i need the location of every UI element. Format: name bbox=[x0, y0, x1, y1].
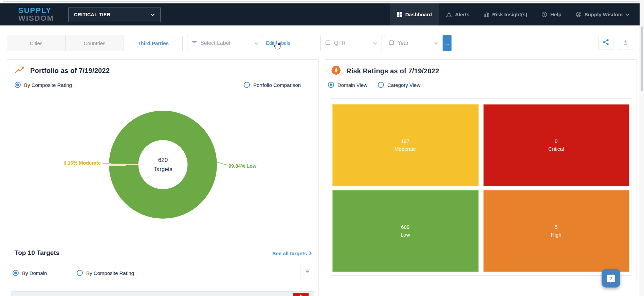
qtr-dropdown[interactable]: QTR bbox=[320, 35, 382, 51]
vertical-scrollbar[interactable] bbox=[640, 0, 644, 296]
chevron-down-icon bbox=[626, 13, 630, 16]
tile-value: 609 bbox=[401, 223, 409, 231]
radio-portfolio-comparison[interactable]: Portfolio Comparison bbox=[244, 82, 301, 88]
nav-item-label: Alerts bbox=[455, 12, 470, 17]
nav-item-dashboard[interactable]: Dashboard bbox=[390, 3, 439, 25]
calendar-icon bbox=[389, 40, 394, 47]
dashboard-grid-icon bbox=[397, 12, 402, 17]
top-targets-table-row[interactable] bbox=[11, 291, 314, 296]
radio-button-icon[interactable] bbox=[378, 82, 384, 88]
radio-button-icon[interactable] bbox=[77, 270, 83, 276]
radio-button-icon[interactable] bbox=[244, 82, 250, 88]
nav-item-risk-insights[interactable]: Risk Insight(s) bbox=[477, 3, 534, 25]
radio-domain-view[interactable]: Domain View bbox=[328, 82, 367, 88]
tab-label: Countries bbox=[84, 40, 105, 46]
year-placeholder: Year bbox=[398, 40, 408, 46]
tile-critical[interactable]: 0 Critical bbox=[483, 104, 630, 186]
radio-label: By Composite Rating bbox=[86, 270, 134, 276]
tier-selector-dropdown[interactable]: CRITICAL TIER bbox=[68, 7, 161, 22]
chevron-right-icon bbox=[309, 251, 312, 256]
tile-high[interactable]: 5 High bbox=[483, 190, 630, 272]
chevron-down-icon bbox=[373, 40, 377, 46]
tile-value: 5 bbox=[555, 223, 557, 231]
chevron-down-icon bbox=[434, 40, 438, 46]
question-circle-icon bbox=[541, 12, 547, 17]
year-dropdown[interactable]: Year bbox=[384, 35, 443, 51]
see-all-targets-label: See all targets bbox=[272, 251, 307, 256]
risk-card-title: Risk Ratings as of 7/19/2022 bbox=[346, 67, 439, 75]
portfolio-card-header: Portfolio as of 7/19/2022 bbox=[15, 66, 110, 75]
nav-item-alerts[interactable]: Alerts bbox=[439, 3, 477, 25]
radio-button-icon[interactable] bbox=[15, 82, 21, 88]
donut-center: 620 Targets bbox=[139, 140, 188, 189]
shield-badge-icon bbox=[331, 65, 341, 77]
composite-rating-donut-chart[interactable]: 620 Targets bbox=[109, 111, 217, 219]
tab-label: Cities bbox=[30, 40, 43, 46]
portfolio-card: Portfolio as of 7/19/2022 By Composite R… bbox=[7, 59, 319, 296]
radio-category-view[interactable]: Category View bbox=[378, 82, 420, 88]
radio-by-composite-rating-2[interactable]: By Composite Rating bbox=[77, 270, 134, 276]
radio-by-composite-rating[interactable]: By Composite Rating bbox=[15, 82, 72, 88]
callout-leader-line bbox=[217, 162, 227, 165]
download-button[interactable] bbox=[618, 36, 633, 50]
nav-item-label: Risk Insight(s) bbox=[492, 12, 527, 17]
apply-date-filter-button[interactable]: → bbox=[443, 35, 452, 51]
filter-lines-icon bbox=[192, 40, 197, 46]
nav-item-label: Supply Wisdom bbox=[585, 12, 623, 17]
help-fab-button[interactable]: ? bbox=[602, 269, 620, 288]
download-icon bbox=[623, 39, 629, 47]
nav-item-label: Dashboard bbox=[405, 12, 432, 17]
tier-selector-value: CRITICAL TIER bbox=[74, 12, 110, 17]
radio-label: Domain View bbox=[337, 82, 367, 88]
tile-value: 0 bbox=[555, 137, 557, 145]
radio-button-icon[interactable] bbox=[328, 82, 334, 88]
calendar-icon bbox=[325, 40, 331, 47]
risk-ratings-card: Risk Ratings as of 7/19/2022 Domain View… bbox=[325, 59, 637, 280]
nav-item-account-menu[interactable]: Supply Wisdom bbox=[569, 3, 637, 25]
nav-item-help[interactable]: Help bbox=[534, 3, 569, 25]
qtr-placeholder: QTR bbox=[334, 40, 346, 46]
target-type-tabs: Cities Countries Third Parties bbox=[7, 35, 183, 51]
radio-label: By Domain bbox=[22, 270, 47, 276]
tile-label: Moderate bbox=[394, 145, 416, 153]
tile-moderate[interactable]: 197 Moderate bbox=[332, 104, 479, 186]
tile-label: Low bbox=[401, 231, 410, 239]
risk-card-header: Risk Ratings as of 7/19/2022 bbox=[331, 65, 439, 77]
chevron-down-icon bbox=[150, 12, 155, 17]
select-label-placeholder: Select Label bbox=[200, 40, 230, 46]
section-divider bbox=[15, 242, 311, 242]
filter-lines-icon bbox=[305, 269, 310, 275]
user-circle-icon bbox=[576, 12, 582, 17]
risk-rating-badge bbox=[293, 293, 309, 296]
app-logo[interactable]: SUPPLY WISDOM bbox=[18, 7, 54, 22]
portfolio-card-title: Portfolio as of 7/19/2022 bbox=[30, 67, 110, 75]
callout-leader-line bbox=[103, 163, 110, 164]
scrollbar-thumb[interactable] bbox=[641, 26, 643, 91]
tile-low[interactable]: 609 Low bbox=[332, 190, 479, 272]
chat-question-icon: ? bbox=[607, 275, 615, 282]
top-navbar: SUPPLY WISDOM CRITICAL TIER Dashboard Al… bbox=[0, 3, 640, 25]
window-top-edge bbox=[3, 1, 639, 2]
share-icon bbox=[603, 39, 609, 47]
edit-labels-link[interactable]: Edit Labels bbox=[266, 40, 290, 46]
tab-third-parties[interactable]: Third Parties bbox=[124, 35, 182, 51]
radio-label: Category View bbox=[387, 82, 420, 88]
radio-label: Portfolio Comparison bbox=[253, 82, 301, 88]
logo-line2: WISDOM bbox=[18, 15, 54, 22]
see-all-targets-link[interactable]: See all targets bbox=[272, 251, 312, 256]
tile-value: 197 bbox=[401, 137, 409, 145]
chevron-down-icon bbox=[254, 40, 258, 46]
radio-button-icon[interactable] bbox=[13, 270, 19, 276]
select-label-dropdown[interactable]: Select Label bbox=[187, 35, 263, 51]
donut-total-label: Targets bbox=[153, 165, 172, 173]
trend-up-icon bbox=[15, 66, 25, 75]
tab-label: Third Parties bbox=[137, 40, 169, 46]
tab-countries[interactable]: Countries bbox=[66, 35, 124, 51]
donut-callout-low: 99.84% Low bbox=[228, 163, 256, 169]
tab-cities[interactable]: Cities bbox=[7, 35, 66, 51]
donut-total-value: 620 bbox=[158, 156, 168, 165]
share-button[interactable] bbox=[598, 36, 613, 50]
top-targets-filter-button[interactable] bbox=[300, 265, 314, 279]
radio-by-domain[interactable]: By Domain bbox=[13, 270, 47, 276]
risk-ratings-tile-grid: 197 Moderate 0 Critical 609 Low 5 High bbox=[330, 98, 631, 276]
